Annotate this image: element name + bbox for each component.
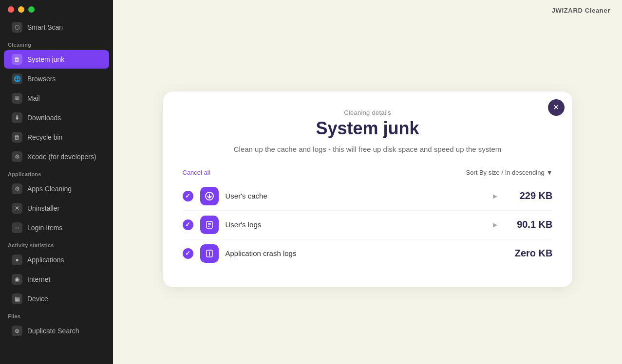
section-label-applications: Applications (0, 166, 113, 179)
crash-logs-icon (200, 244, 219, 263)
sidebar-item-recycle-bin[interactable]: 🗑 Recycle bin (4, 128, 109, 146)
modal-card: ✕ Cleaning details System junk Clean up … (163, 91, 572, 287)
svg-point-7 (209, 255, 210, 256)
uninstaller-icon: ✕ (12, 203, 22, 214)
sidebar-item-system-junk[interactable]: 🗑 System junk (4, 50, 109, 69)
content-area: ✕ Cleaning details System junk Clean up … (113, 14, 622, 364)
users-cache-size: 229 KB (504, 190, 553, 201)
modal-title: System junk (183, 118, 553, 139)
users-cache-label: User's cache (226, 192, 486, 200)
device-icon: ▦ (12, 293, 22, 304)
sidebar-item-smart-scan[interactable]: ⬡ Smart Scan (4, 18, 109, 36)
sidebar-item-internet[interactable]: ◉ Internet (4, 270, 109, 289)
sidebar-item-duplicate-search[interactable]: ⊕ Duplicate Search (4, 322, 109, 340)
crash-logs-label: Application crash logs (226, 249, 497, 257)
sidebar-item-apps-cleaning[interactable]: ⚙ Apps Cleaning (4, 180, 109, 198)
sidebar-item-login-items[interactable]: ○ Login Items (4, 218, 109, 237)
applications-stats-icon: ● (12, 255, 22, 265)
browsers-icon: 🌐 (12, 73, 22, 84)
sidebar-item-downloads[interactable]: ⬇ Downloads (4, 109, 109, 127)
users-cache-icon (200, 187, 219, 205)
sidebar-item-mail[interactable]: ✉ Mail (4, 89, 109, 108)
expand-users-cache-icon[interactable]: ▶ (493, 193, 497, 200)
sidebar-item-uninstaller[interactable]: ✕ Uninstaller (4, 199, 109, 218)
apps-cleaning-icon: ⚙ (12, 183, 22, 194)
duplicate-search-icon: ⊕ (12, 326, 22, 336)
smart-scan-icon: ⬡ (12, 22, 22, 33)
checkbox-crash-logs[interactable] (183, 248, 193, 259)
login-items-icon: ○ (12, 222, 22, 233)
table-row: User's logs ▶ 90.1 KB (183, 211, 553, 239)
section-label-files: Files (0, 309, 113, 321)
table-row: User's cache ▶ 229 KB (183, 182, 553, 211)
checkbox-users-logs[interactable] (183, 219, 193, 230)
cancel-all-button[interactable]: Cancel all (183, 169, 210, 176)
crash-logs-size: Zero KB (504, 248, 553, 259)
close-button[interactable] (8, 6, 14, 13)
xcode-icon: ⚙ (12, 151, 22, 162)
sidebar: ⬡ Smart Scan Cleaning 🗑 System junk 🌐 Br… (0, 0, 113, 364)
sidebar-item-xcode[interactable]: ⚙ Xcode (for developers) (4, 147, 109, 166)
section-label-activity: Activity statistics (0, 237, 113, 250)
sidebar-item-browsers[interactable]: 🌐 Browsers (4, 70, 109, 88)
section-label-cleaning: Cleaning (0, 37, 113, 50)
smart-scan-label: Smart Scan (27, 23, 63, 31)
table-row: Application crash logs Zero KB (183, 239, 553, 268)
titlebar (0, 0, 113, 18)
checkbox-users-cache[interactable] (183, 191, 193, 201)
system-junk-icon: 🗑 (12, 54, 22, 65)
downloads-icon: ⬇ (12, 112, 22, 123)
main-header: JWIZARD Cleaner (113, 0, 622, 14)
internet-icon: ◉ (12, 274, 22, 285)
app-title: JWIZARD Cleaner (552, 7, 610, 14)
minimize-button[interactable] (18, 6, 24, 13)
modal-close-button[interactable]: ✕ (548, 99, 565, 116)
table-header: Cancel all Sort By size / In descending … (183, 169, 553, 176)
mail-icon: ✉ (12, 93, 22, 104)
main-content: JWIZARD Cleaner ✕ Cleaning details Syste… (113, 0, 622, 364)
modal-description: Clean up the cache and logs - this will … (183, 144, 553, 155)
users-logs-label: User's logs (226, 220, 486, 229)
sort-chevron-icon: ▼ (547, 169, 553, 176)
recycle-bin-icon: 🗑 (12, 132, 22, 143)
sort-button[interactable]: Sort By size / In descending ▼ (466, 169, 552, 176)
users-logs-size: 90.1 KB (504, 219, 553, 230)
sort-label: Sort By size / In descending (466, 169, 544, 176)
maximize-button[interactable] (28, 6, 35, 13)
sidebar-item-applications-stats[interactable]: ● Applications (4, 251, 109, 269)
modal-subtitle: Cleaning details (183, 109, 553, 116)
sidebar-item-device[interactable]: ▦ Device (4, 290, 109, 308)
users-logs-icon (200, 216, 219, 234)
expand-users-logs-icon[interactable]: ▶ (493, 221, 497, 228)
